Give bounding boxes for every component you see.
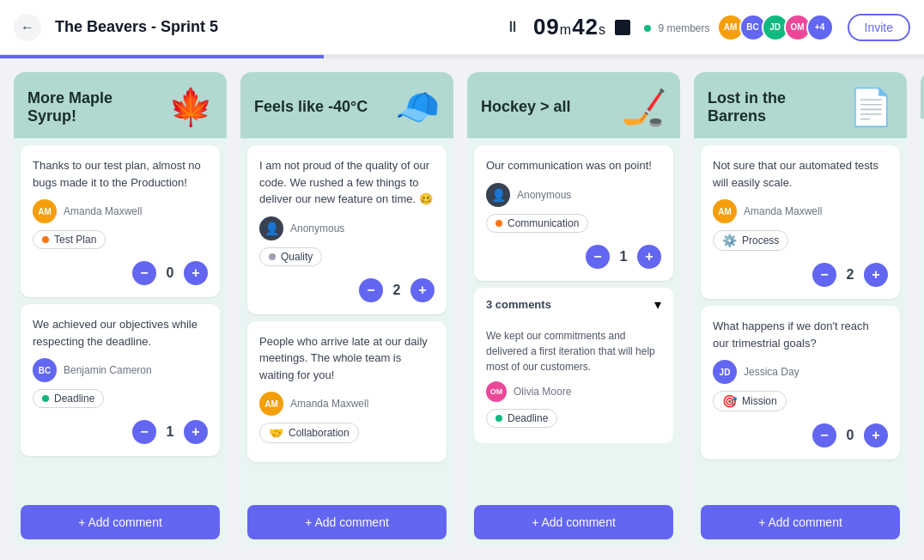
author-avatar: BC [33, 358, 57, 382]
members-row: AM BC JD OM +4 [717, 14, 834, 41]
column-title: More MapleSyrup! [27, 89, 168, 125]
cards-area: Thanks to our test plan, almost no bugs … [14, 138, 227, 498]
add-comment-button[interactable]: + Add comment [21, 505, 220, 539]
comment-body: We kept our commitments and delivered a … [474, 321, 673, 443]
vote-count: 1 [617, 249, 630, 265]
vote-minus-button[interactable]: − [359, 278, 383, 302]
comments-header[interactable]: 3 comments ▾ [474, 288, 673, 321]
tag[interactable]: ⚙️ Process [713, 230, 788, 251]
card: What happens if we don't reach our trime… [701, 306, 900, 460]
vote-count: 0 [843, 428, 857, 443]
tag-icon: 🤝 [269, 426, 283, 440]
card-text: What happens if we don't reach our trime… [713, 318, 888, 351]
back-button[interactable]: ← [14, 14, 41, 41]
vote-plus-button[interactable]: + [410, 278, 435, 302]
column-header: Feels like -40°C 🧢 [240, 72, 453, 138]
vote-minus-button[interactable]: − [812, 423, 836, 447]
column-title: Hockey > all [481, 98, 622, 116]
tag-dot [495, 220, 502, 227]
vote-row: − 0 + [33, 261, 208, 285]
tag[interactable]: Deadline [33, 389, 104, 408]
column-title: Lost in theBarrens [708, 89, 848, 125]
column-title: Feels like -40°C [254, 98, 395, 116]
vote-plus-button[interactable]: + [864, 263, 888, 287]
author-avatar: AM [259, 392, 283, 416]
tag[interactable]: Communication [486, 214, 588, 233]
card-author: AM Amanda Maxwell [33, 199, 208, 223]
card-text: People who arrive late at our daily meet… [259, 333, 435, 384]
tag-label: Test Plan [54, 234, 96, 246]
timer-display: 09m42s [533, 14, 606, 40]
add-comment-button[interactable]: + Add comment [247, 505, 447, 539]
vote-count: 1 [163, 424, 177, 440]
card: Thanks to our test plan, almost no bugs … [21, 145, 220, 297]
stop-button[interactable] [615, 20, 630, 35]
author-avatar: AM [713, 199, 737, 223]
column-header: Hockey > all 🏒 [467, 72, 680, 138]
tag[interactable]: Test Plan [33, 230, 106, 249]
tag[interactable]: 🎯 Mission [713, 391, 787, 411]
tag-label: Collaboration [289, 427, 350, 439]
vote-minus-button[interactable]: − [132, 420, 156, 444]
author-name: Anonymous [290, 222, 344, 234]
card-author: AM Amanda Maxwell [713, 199, 888, 223]
vote-row: − 2 + [259, 278, 435, 302]
author-avatar: 👤 [486, 183, 510, 207]
card-author: 👤 Anonymous [259, 216, 435, 240]
online-dot [644, 25, 651, 32]
tag-dot [495, 415, 502, 422]
author-name: Amanda Maxwell [744, 205, 822, 217]
tag-label: Quality [281, 251, 313, 263]
vote-count: 2 [843, 267, 857, 283]
invite-button[interactable]: Invite [848, 14, 910, 41]
vote-count: 0 [163, 265, 177, 281]
vote-plus-button[interactable]: + [864, 423, 888, 447]
card-text: Thanks to our test plan, almost no bugs … [33, 157, 208, 191]
cards-area: Our tea...strong... BC Denis, y...amazin… [921, 119, 924, 508]
card-text: We achieved our objectives while respect… [33, 316, 208, 350]
column-feels-like: Feels like -40°C 🧢 I am not proud of the… [240, 72, 453, 546]
card-author: AM Amanda Maxwell [259, 392, 435, 416]
tag-dot [269, 253, 276, 260]
sprint-title: The Beavers - Sprint 5 [55, 18, 487, 36]
vote-plus-button[interactable]: + [184, 420, 208, 444]
add-comment-button[interactable]: + Add comment [474, 505, 673, 539]
card: People who arrive late at our daily meet… [247, 321, 447, 463]
vote-minus-button[interactable]: − [812, 263, 836, 287]
vote-minus-button[interactable]: − [586, 245, 610, 269]
column-partial: "Canso ni... Our tea...strong... BC Deni… [921, 72, 924, 546]
tag-dot [42, 395, 49, 402]
card-author: JD Jessica Day [713, 360, 888, 384]
add-comment-button[interactable]: + Add comment [701, 505, 900, 539]
chevron-down-icon: ▾ [654, 296, 661, 313]
comments-card: 3 comments ▾ We kept our commitments and… [474, 288, 673, 443]
pause-button[interactable]: ⏸ [501, 15, 525, 40]
timer-area: ⏸ 09m42s [501, 14, 630, 40]
vote-plus-button[interactable]: + [637, 245, 661, 269]
comment-author-name: Olivia Moore [514, 386, 571, 398]
column-header: Lost in theBarrens 📄 [694, 72, 907, 138]
card-text: Not sure that our automated tests will e… [713, 157, 888, 191]
tag-icon: 🎯 [722, 394, 737, 408]
vote-row: − 0 + [713, 423, 888, 447]
tag-label: Process [742, 234, 779, 247]
tag-label: Communication [508, 217, 579, 229]
vote-plus-button[interactable]: + [184, 261, 208, 285]
column-emoji: 🍁 [168, 86, 213, 128]
comment-author: OM Olivia Moore [486, 381, 661, 402]
vote-minus-button[interactable]: − [132, 261, 156, 285]
vote-row: − 1 + [33, 420, 208, 444]
column-header: "Canso ni... [921, 72, 924, 119]
cards-area: I am not proud of the quality of our cod… [240, 138, 453, 498]
cards-area: Not sure that our automated tests will e… [694, 138, 907, 498]
vote-row: − 2 + [713, 263, 888, 287]
tag[interactable]: Deadline [486, 409, 557, 428]
author-avatar: 👤 [259, 216, 283, 240]
tag-dot [42, 236, 49, 243]
column-emoji: 📄 [848, 86, 893, 128]
tag[interactable]: Quality [259, 247, 322, 266]
avatar-more: +4 [806, 14, 834, 41]
tag[interactable]: 🤝 Collaboration [259, 423, 359, 443]
column-emoji: 🧢 [395, 86, 440, 128]
author-avatar: JD [713, 360, 737, 384]
